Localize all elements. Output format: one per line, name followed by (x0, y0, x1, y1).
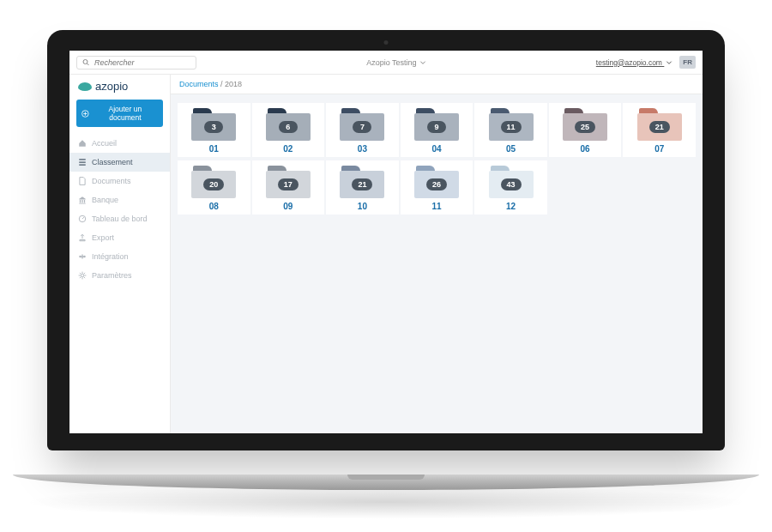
user-email: testing@azopio.com (596, 58, 662, 67)
search-field[interactable] (76, 56, 196, 70)
integration-icon (78, 252, 87, 261)
app-screen: Azopio Testing testing@azopio.com FR azo… (69, 51, 703, 433)
svg-point-6 (81, 274, 84, 277)
sidebar-item-label: Documents (92, 177, 131, 185)
laptop-frame: Azopio Testing testing@azopio.com FR azo… (47, 30, 725, 476)
language-badge[interactable]: FR (679, 56, 696, 69)
folder-card[interactable]: 3 01 (178, 103, 250, 157)
tenant-name: Azopio Testing (366, 58, 416, 67)
add-document-button[interactable]: Ajouter un document (76, 100, 163, 127)
breadcrumb-current: 2018 (225, 80, 242, 88)
chevron-down-icon (419, 59, 426, 66)
sidebar-item-export[interactable]: Export (69, 228, 170, 247)
folder-label: 02 (283, 144, 293, 154)
folder-card[interactable]: 6 02 (252, 103, 325, 157)
folder-icon: 11 (489, 108, 534, 141)
brand-name: azopio (95, 80, 128, 93)
sidebar-item-gear[interactable]: Paramètres (69, 266, 170, 285)
folder-count: 6 (279, 121, 298, 133)
sidebar-item-list[interactable]: Classement (69, 153, 170, 172)
folder-icon: 6 (266, 108, 311, 141)
folder-label: 04 (431, 144, 441, 154)
topbar: Azopio Testing testing@azopio.com FR (69, 51, 703, 75)
folder-label: 05 (506, 144, 516, 154)
folder-card[interactable]: 9 04 (401, 103, 473, 157)
search-icon (82, 58, 89, 66)
sidebar-item-label: Accueil (92, 139, 117, 148)
folder-icon: 17 (266, 166, 311, 198)
sidebar-item-home[interactable]: Accueil (69, 134, 170, 153)
search-input[interactable] (94, 58, 190, 67)
user-email-link[interactable]: testing@azopio.com (596, 58, 673, 67)
folder-icon: 20 (191, 166, 236, 198)
sidebar-item-integration[interactable]: Intégration (69, 247, 170, 266)
file-icon (78, 177, 87, 185)
sidebar-item-gauge[interactable]: Tableau de bord (69, 209, 170, 228)
folder-label: 09 (283, 202, 293, 211)
sidebar-item-label: Paramètres (92, 271, 132, 280)
main-content: Documents / 2018 3 01 6 02 7 (171, 75, 703, 433)
camera-icon (384, 40, 389, 45)
logo-mark-icon (78, 82, 92, 91)
folder-card[interactable]: 21 10 (326, 160, 399, 215)
folder-card[interactable]: 43 12 (474, 160, 547, 215)
folder-icon: 9 (414, 108, 459, 141)
sidebar-item-label: Tableau de bord (92, 215, 148, 223)
folder-icon: 3 (191, 108, 236, 141)
sidebar-item-label: Banque (92, 196, 118, 204)
folder-label: 01 (209, 144, 219, 154)
tenant-selector[interactable]: Azopio Testing (203, 58, 589, 67)
folder-count: 20 (203, 178, 224, 190)
folder-icon: 21 (340, 166, 384, 198)
folder-card[interactable]: 21 07 (623, 103, 696, 157)
svg-line-1 (87, 63, 89, 65)
folder-card[interactable]: 25 06 (549, 103, 622, 157)
home-icon (78, 139, 87, 148)
folder-icon: 7 (340, 108, 384, 141)
folder-count: 21 (649, 121, 670, 133)
folder-label: 10 (358, 202, 367, 211)
sidebar-item-bank[interactable]: Banque (69, 190, 170, 209)
folder-count: 43 (501, 178, 522, 190)
chevron-down-icon (666, 59, 672, 66)
breadcrumb-root[interactable]: Documents (179, 80, 219, 88)
folder-label: 07 (654, 144, 664, 154)
folder-count: 21 (352, 178, 372, 190)
folder-icon: 43 (489, 166, 534, 198)
export-icon (78, 233, 87, 242)
folder-card[interactable]: 7 03 (326, 103, 399, 157)
folder-count: 7 (353, 121, 371, 133)
folder-count: 17 (278, 178, 299, 190)
folder-card[interactable]: 11 05 (474, 103, 547, 157)
folder-label: 12 (506, 202, 516, 211)
gauge-icon (78, 215, 87, 223)
sidebar-item-label: Intégration (92, 252, 129, 261)
folder-label: 03 (358, 144, 367, 154)
laptop-notch (347, 475, 425, 480)
sidebar-item-label: Export (92, 233, 114, 242)
screen-bezel: Azopio Testing testing@azopio.com FR azo… (47, 30, 725, 450)
folder-card[interactable]: 26 11 (401, 160, 473, 215)
svg-point-0 (83, 60, 87, 64)
folder-label: 06 (581, 144, 590, 154)
sidebar: azopio Ajouter un document AccueilClasse… (69, 75, 171, 433)
folder-count: 9 (427, 121, 446, 133)
folder-label: 11 (431, 202, 441, 211)
bank-icon (78, 196, 87, 204)
sidebar-item-label: Classement (92, 158, 133, 166)
folder-icon: 26 (414, 166, 459, 198)
brand-logo[interactable]: azopio (69, 75, 170, 100)
folder-count: 3 (204, 121, 223, 133)
folder-card[interactable]: 17 09 (252, 160, 325, 215)
gear-icon (78, 271, 87, 280)
svg-point-5 (83, 256, 86, 258)
folder-count: 26 (426, 178, 447, 190)
list-icon (78, 158, 87, 166)
folder-count: 11 (501, 121, 522, 133)
folder-card[interactable]: 20 08 (178, 160, 250, 215)
sidebar-item-file[interactable]: Documents (69, 172, 170, 190)
svg-point-4 (79, 256, 81, 258)
plus-circle-icon (81, 110, 89, 118)
folder-label: 08 (209, 202, 219, 211)
breadcrumb-sep: / (220, 80, 223, 88)
